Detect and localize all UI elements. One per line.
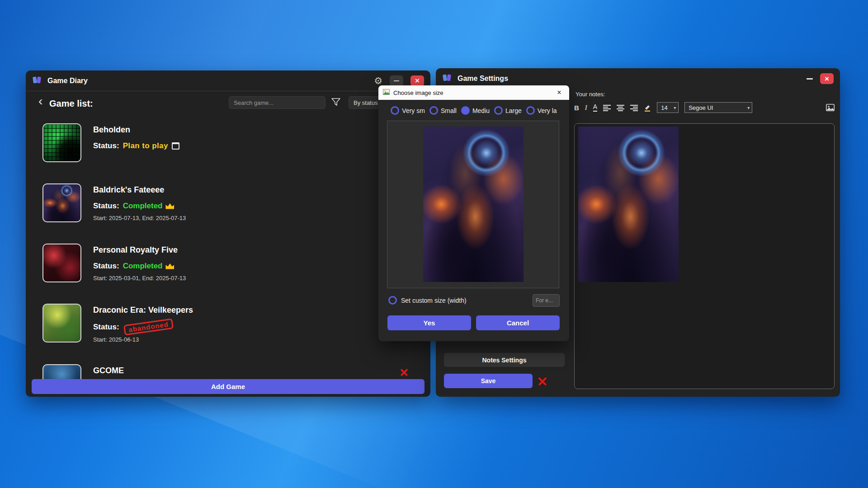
status-label: Status:: [93, 262, 119, 271]
status-label: Status:: [93, 323, 119, 332]
align-center-icon[interactable]: [617, 104, 624, 111]
size-option-label: Small: [441, 107, 457, 114]
crown-icon: [165, 203, 174, 209]
radio-icon[interactable]: [494, 106, 503, 115]
radio-selected-icon[interactable]: [461, 106, 470, 115]
game-title: Beholden: [93, 125, 179, 135]
game-title: GCOME: [93, 366, 124, 375]
game-title: Draconic Era: Veilkeepers: [93, 305, 193, 315]
game-dates: Start: 2025-07-13, End: 2025-07-13: [93, 215, 186, 221]
radio-icon[interactable]: [391, 106, 399, 115]
size-option-very-small[interactable]: Very sm: [391, 106, 425, 115]
royalty-cover-thumbnail: [42, 244, 81, 282]
custom-size-option[interactable]: Set custom size (width): [388, 296, 467, 305]
status-label: Status:: [93, 141, 119, 150]
size-option-medium-selected[interactable]: Mediu: [461, 106, 490, 115]
dialog-title: Choose image size: [393, 89, 443, 96]
game-diary-window: Game Diary ⚙ × ‹ Game list: By status ▾ …: [26, 70, 430, 397]
remove-game-icon[interactable]: [400, 368, 409, 377]
game-row-baldricks-fateeee[interactable]: Baldrick's Fateeee Status: Completed Sta…: [42, 183, 411, 222]
game-dates: Start: 2025-06-13: [93, 336, 193, 343]
game-list: Beholden Status: Plan to play Baldrick's…: [42, 123, 411, 379]
size-option-label: Very sm: [402, 107, 425, 114]
font-name-value: Segoe UI: [689, 104, 713, 111]
size-option-large[interactable]: Large: [494, 106, 522, 115]
notes-editor[interactable]: [574, 123, 835, 389]
size-option-label: Very la: [538, 107, 557, 114]
your-notes-label: Your notes:: [576, 91, 605, 98]
game-dates: Start: 2025-03-01, End: 2025-07-13: [93, 275, 186, 282]
status-label: Status:: [93, 202, 119, 211]
dialog-close-icon[interactable]: ×: [554, 89, 565, 96]
filter-funnel-icon[interactable]: [331, 98, 340, 108]
custom-width-input[interactable]: [533, 294, 560, 307]
game-diary-title: Game Diary: [47, 77, 88, 85]
minimize-icon[interactable]: [807, 78, 813, 80]
settings-gear-icon[interactable]: ⚙: [374, 76, 382, 85]
game-row-draconic-era[interactable]: Draconic Era: Veilkeepers Status: abando…: [42, 304, 411, 343]
cancel-button[interactable]: Cancel: [476, 315, 560, 330]
size-options-group: Very sm Small Mediu Large Very la: [378, 106, 569, 115]
minimize-icon: [394, 80, 399, 81]
cancel-cross-icon[interactable]: [537, 376, 547, 386]
game-list-heading: Game list:: [49, 99, 93, 109]
size-option-small[interactable]: Small: [429, 106, 457, 115]
status-value-abandoned-stamp: abandoned: [123, 319, 174, 336]
font-size-value: 14: [661, 104, 667, 111]
chevron-down-icon: ▾: [747, 105, 750, 110]
game-row-personal-royalty-five[interactable]: Personal Royalty Five Status: Completed …: [42, 244, 411, 282]
status-value: Completed: [123, 202, 163, 211]
status-value: Plan to play: [123, 141, 168, 150]
search-input[interactable]: [229, 96, 326, 109]
game-row-gcome[interactable]: GCOME: [42, 364, 411, 379]
status-value: Completed: [123, 262, 163, 271]
dialog-titlebar[interactable]: Choose image size ×: [378, 85, 569, 100]
radio-icon[interactable]: [526, 106, 535, 115]
game-diary-app-icon: [32, 75, 42, 86]
size-option-very-large[interactable]: Very la: [526, 106, 557, 115]
draconic-cover-thumbnail: [42, 304, 81, 343]
game-row-beholden[interactable]: Beholden Status: Plan to play: [42, 123, 411, 162]
choose-image-size-dialog: Choose image size × Very sm Small Mediu …: [378, 85, 569, 341]
align-right-icon[interactable]: [630, 104, 638, 111]
insert-image-icon[interactable]: [826, 104, 835, 111]
notes-format-toolbar: B I A 14 ▾ Segoe UI ▾: [574, 101, 835, 114]
minimize-button[interactable]: [390, 75, 403, 86]
radio-icon[interactable]: [429, 106, 438, 115]
note-embedded-artwork[interactable]: [578, 127, 679, 282]
status-filter-label: By status: [354, 99, 377, 106]
font-size-dropdown[interactable]: 14 ▾: [657, 102, 679, 113]
close-button[interactable]: ×: [410, 75, 424, 86]
radio-icon[interactable]: [388, 296, 397, 305]
align-left-icon[interactable]: [603, 104, 611, 111]
crown-icon: [165, 263, 174, 269]
add-game-button[interactable]: Add Game: [32, 379, 425, 394]
back-chevron-icon[interactable]: ‹: [38, 95, 42, 108]
beholden-cover-thumbnail: [42, 123, 81, 162]
game-settings-app-icon: [442, 73, 452, 84]
dialog-picture-icon: [383, 89, 390, 97]
game-diary-titlebar[interactable]: Game Diary ⚙ ×: [26, 70, 430, 91]
game-title: Baldrick's Fateeee: [93, 185, 186, 195]
image-preview-artwork: [423, 127, 524, 282]
game-settings-title: Game Settings: [458, 75, 508, 83]
chevron-down-icon: ▾: [674, 105, 676, 110]
game-title: Personal Royalty Five: [93, 245, 186, 255]
notes-settings-button[interactable]: Notes Settings: [444, 353, 565, 367]
highlight-pen-icon[interactable]: [644, 104, 651, 112]
custom-size-label: Set custom size (width): [401, 297, 467, 304]
size-option-label: Large: [505, 107, 522, 114]
italic-button[interactable]: I: [585, 104, 587, 112]
yes-button[interactable]: Yes: [387, 315, 471, 330]
underline-button[interactable]: A: [593, 103, 597, 111]
image-preview-panel: [387, 121, 559, 288]
size-option-label: Mediu: [472, 107, 490, 114]
gcome-cover-thumbnail: [42, 364, 81, 379]
bold-button[interactable]: B: [574, 104, 579, 112]
calendar-icon: [172, 142, 179, 150]
close-button[interactable]: ×: [820, 73, 834, 84]
save-button[interactable]: Save: [444, 374, 533, 388]
baldricks-cover-thumbnail: [42, 183, 81, 222]
font-name-dropdown[interactable]: Segoe UI ▾: [684, 102, 752, 113]
